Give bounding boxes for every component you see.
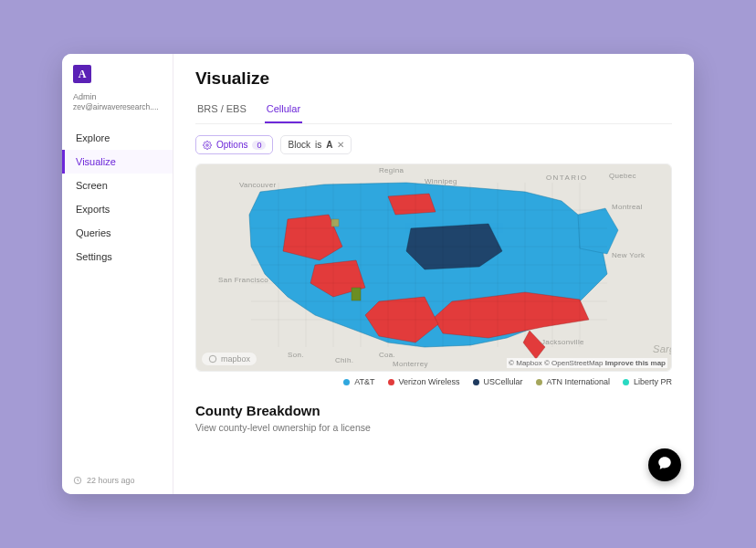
options-count: 0	[252, 141, 266, 150]
filter-field: Block	[288, 140, 310, 150]
sidebar-item-visualize[interactable]: Visualize	[62, 150, 173, 174]
sidebar: A Admin zev@airwaveresearch.... Explore …	[62, 54, 173, 494]
tab-brs-ebs[interactable]: BRS / EBS	[195, 98, 248, 123]
user-info[interactable]: Admin zev@airwaveresearch....	[73, 92, 173, 111]
legend-item-verizon: Verizon Wireless	[388, 377, 460, 386]
filter-value: A	[326, 140, 332, 150]
map-labels: Vancouver Regina Winnipeg ONTARIO Quebec…	[196, 164, 671, 371]
tab-cellular[interactable]: Cellular	[265, 98, 302, 123]
sidebar-nav: Explore Visualize Screen Exports Queries…	[62, 126, 173, 269]
sidebar-item-settings[interactable]: Settings	[62, 245, 173, 269]
chat-button[interactable]	[648, 448, 681, 481]
options-button[interactable]: Options 0	[195, 135, 273, 154]
map-label-ontario: ONTARIO	[546, 174, 588, 182]
section-title-county: County Breakdown	[195, 403, 672, 418]
close-icon[interactable]: ✕	[337, 140, 344, 150]
attrib-osm[interactable]: © OpenStreetMap	[544, 359, 604, 367]
page-title: Visualize	[195, 68, 672, 89]
sidebar-item-screen[interactable]: Screen	[62, 174, 173, 197]
svg-point-1	[206, 143, 209, 146]
map-label-sarg: Sarg	[653, 343, 672, 354]
map-label-montreal: Montreal	[612, 203, 643, 211]
legend-item-atn: ATN International	[536, 377, 610, 386]
main-content: Visualize BRS / EBS Cellular Options 0 B…	[173, 54, 694, 494]
map-label-chih: Chih.	[335, 356, 353, 364]
section-subtitle-county: View county-level ownership for a licens…	[195, 422, 672, 433]
dot-verizon	[388, 379, 394, 385]
sidebar-footer: 22 hours ago	[73, 476, 135, 485]
map-label-monterrey: Monterrey	[393, 360, 428, 368]
last-updated: 22 hours ago	[87, 476, 135, 485]
user-email: zev@airwaveresearch....	[73, 102, 164, 111]
map-label-coa: Coa.	[379, 351, 395, 359]
attrib-improve[interactable]: Improve this map	[605, 359, 666, 367]
dot-att	[343, 379, 350, 385]
legend-item-att: AT&T	[343, 377, 374, 386]
user-role: Admin	[73, 92, 173, 102]
sidebar-item-exports[interactable]: Exports	[62, 197, 173, 221]
attrib-mapbox[interactable]: © Mapbox	[509, 359, 542, 367]
dot-atn	[536, 379, 542, 385]
legend-item-uscellular: USCellular	[473, 377, 523, 386]
filter-chip-block[interactable]: Block is A ✕	[280, 135, 352, 154]
map-label-sanfran: San Francisco	[218, 276, 268, 284]
options-label: Options	[216, 140, 247, 150]
filter-bar: Options 0 Block is A ✕	[195, 135, 672, 154]
map-label-winnipeg: Winnipeg	[425, 177, 457, 185]
dot-liberty	[623, 379, 629, 385]
map-label-newyork: New York	[612, 251, 645, 259]
map-attribution: © Mapbox © OpenStreetMap Improve this ma…	[507, 358, 667, 368]
app-window: A Admin zev@airwaveresearch.... Explore …	[62, 54, 694, 494]
tabs: BRS / EBS Cellular	[195, 98, 672, 124]
sidebar-item-queries[interactable]: Queries	[62, 221, 173, 245]
legend: AT&T Verizon Wireless USCellular ATN Int…	[195, 377, 672, 386]
map-label-vancouver: Vancouver	[239, 181, 276, 189]
filter-op: is	[315, 140, 321, 150]
legend-item-liberty: Liberty PR	[623, 377, 672, 386]
coverage-map[interactable]: Vancouver Regina Winnipeg ONTARIO Quebec…	[195, 163, 672, 372]
map-label-jacksonville: Jacksonville	[541, 338, 584, 346]
map-label-son: Son.	[288, 351, 304, 359]
mapbox-badge: mapbox	[202, 353, 257, 365]
app-logo: A	[73, 65, 91, 83]
map-label-regina: Regina	[379, 166, 404, 174]
sidebar-item-explore[interactable]: Explore	[62, 126, 173, 150]
chat-icon	[656, 455, 673, 475]
svg-point-4	[209, 355, 216, 363]
gear-icon	[203, 141, 212, 150]
clock-icon	[73, 476, 82, 485]
map-label-quebec: Quebec	[609, 172, 636, 180]
dot-usc	[473, 379, 479, 385]
